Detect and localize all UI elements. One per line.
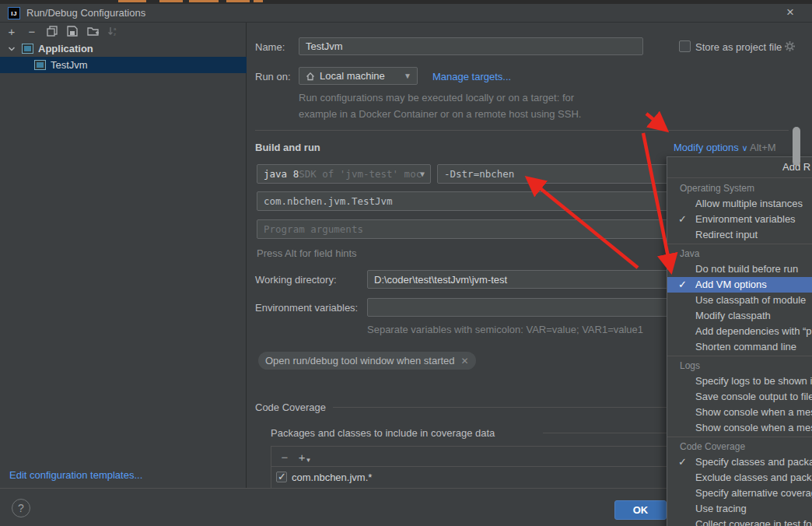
manage-targets-link[interactable]: Manage targets... [432,71,511,82]
remove-icon[interactable]: − [278,450,292,464]
coverage-row-label: com.nbchen.jvm.* [292,472,372,483]
menu-item[interactable]: Show console when a mes [667,405,812,420]
tree-item-testjvm[interactable]: TestJvm [0,57,247,73]
menu-section-label: Operating System [680,181,754,196]
svg-text:a: a [114,26,117,31]
menu-section-label: Code Coverage [680,439,745,454]
run-on-description-line1: Run configurations may be executed local… [299,92,574,103]
menu-section-label: Logs [680,358,700,373]
menu-item[interactable]: Specify logs to be shown i [667,373,812,389]
menu-item-label: Redirect input [695,227,758,243]
tree-item-application[interactable]: Application [0,40,247,57]
menu-item-label: Environment variables [695,212,796,227]
menu-item-label: Save console output to file [695,389,812,405]
red-arrow-annotation [646,114,664,128]
section-divider [255,130,789,131]
scrollbar-thumb[interactable] [793,127,800,166]
dialog-titlebar: IJ Run/Debug Configurations × [0,4,812,23]
add-icon[interactable]: + [5,24,19,38]
run-on-select[interactable]: Local machine ▼ [299,67,418,85]
tree-item-label: TestJvm [51,59,88,71]
checkmark-icon: ✓ [678,212,691,227]
chevron-down-icon: ∨ [741,143,747,153]
menu-item-label: Use classpath of module [695,293,806,308]
menu-item[interactable]: Use classpath of module [667,293,812,308]
menu-item[interactable]: Specify alternative coverag [667,486,812,501]
menu-item[interactable]: Redirect input [667,227,812,243]
remove-tag-icon[interactable]: ✕ [461,356,469,366]
configurations-toolbar: + − az [0,23,246,39]
remove-icon[interactable]: − [25,24,39,38]
menu-item[interactable]: Shorten command line [667,339,812,355]
popup-header: Add R [667,157,812,178]
intellij-logo-icon: IJ [8,7,20,19]
menu-item[interactable]: Add dependencies with “p [667,324,812,339]
application-icon [22,44,33,54]
application-icon [34,60,46,70]
modify-options-shortcut: Alt+M [750,142,776,153]
menu-item-label: Allow multiple instances [695,196,803,212]
menu-section-label: Java [680,246,699,261]
menu-item[interactable]: Show console when a mes [667,420,812,436]
copy-icon[interactable] [45,24,59,38]
menu-separator [667,244,812,244]
field-hints-text: Press Alt for field hints [257,247,357,259]
menu-item[interactable]: Exclude classes and packa [667,470,812,486]
help-button[interactable]: ? [12,499,30,517]
menu-item[interactable]: ✓Add VM options [667,277,812,293]
menu-item[interactable]: ✓Environment variables [667,212,812,227]
build-and-run-header: Build and run [255,142,320,153]
name-label: Name: [255,41,285,53]
menu-item-label: Specify logs to be shown i [695,373,812,389]
checkmark-icon: ✓ [678,454,691,470]
ok-button[interactable]: OK [614,500,667,520]
coverage-row-checkbox[interactable] [276,472,287,482]
environment-variables-label: Environment variables: [255,302,358,314]
menu-item-label: Exclude classes and packa [695,470,812,486]
chevron-down-icon [8,45,16,53]
sort-icon[interactable]: az [106,24,120,38]
jre-select[interactable]: java 8 SDK of 'jvm-test' moc ▼ [257,164,431,184]
menu-item[interactable]: Allow multiple instances [667,196,812,212]
menu-item[interactable]: Do not build before run [667,261,812,277]
modify-options-link[interactable]: Modify options ∨ [674,142,748,153]
dialog-title: Run/Debug Configurations [26,6,145,20]
code-coverage-header: Code Coverage [255,402,326,413]
save-icon[interactable] [65,24,79,38]
menu-item[interactable]: ✓Specify classes and packa [667,454,812,470]
menu-item-label: Do not build before run [695,261,798,277]
tree-item-label: Application [38,43,93,54]
run-on-label: Run on: [255,71,291,82]
menu-item-label: Modify classpath [695,308,771,324]
new-folder-icon[interactable] [86,24,100,38]
environment-variables-hint: Separate variables with semicolon: VAR=v… [367,324,643,335]
menu-item[interactable]: Use tracing [667,501,812,517]
home-icon [306,72,315,81]
menu-item-label: Use tracing [695,501,747,517]
menu-item-label: Add VM options [695,277,767,293]
menu-separator [667,356,812,356]
menu-item[interactable]: Collect coverage in test fo [667,517,812,526]
chevron-down-icon: ▼ [305,457,311,464]
menu-item-label: Shorten command line [695,339,796,355]
name-input[interactable]: TestJvm [299,37,643,55]
menu-item[interactable]: Save console output to file [667,389,812,405]
chevron-down-icon: ▼ [404,72,411,80]
working-directory-label: Working directory: [255,274,337,286]
chevron-down-icon: ▼ [420,170,425,178]
svg-text:z: z [114,32,116,37]
gear-icon[interactable] [784,40,796,52]
add-icon[interactable]: +▼ [298,450,312,464]
menu-item-label: Specify alternative coverag [695,486,812,501]
menu-item-label: Show console when a mes [695,420,812,436]
menu-item[interactable]: Modify classpath [667,308,812,324]
menu-item-label: Collect coverage in test fo [695,517,812,526]
close-icon[interactable]: × [781,4,800,21]
menu-item-label: Specify classes and packa [695,454,812,470]
store-as-project-file-checkbox[interactable] [679,40,691,52]
run-debug-configurations-dialog: IJ Run/Debug Configurations × + − az App… [0,0,812,526]
edit-configuration-templates-link[interactable]: Edit configuration templates... [9,469,142,481]
menu-item-label: Add dependencies with “p [695,324,812,339]
before-launch-tag[interactable]: Open run/debug tool window when started … [258,352,476,370]
coverage-packages-header: Packages and classes to include in cover… [271,427,495,439]
